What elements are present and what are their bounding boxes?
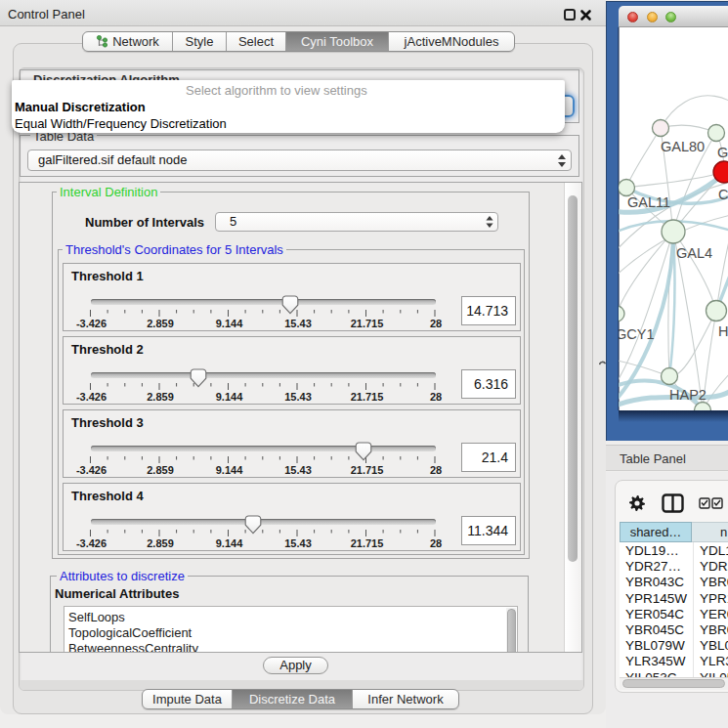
svg-text:GCY1: GCY1 (619, 326, 655, 342)
svg-text:GA: GA (717, 145, 728, 160)
svg-text:H: H (718, 323, 728, 339)
svg-text:GAL11: GAL11 (627, 194, 670, 210)
svg-text:HAP2: HAP2 (669, 387, 707, 403)
svg-text:GAL80: GAL80 (661, 139, 705, 154)
svg-text:C: C (718, 187, 728, 202)
svg-text:GAL4: GAL4 (676, 245, 712, 261)
